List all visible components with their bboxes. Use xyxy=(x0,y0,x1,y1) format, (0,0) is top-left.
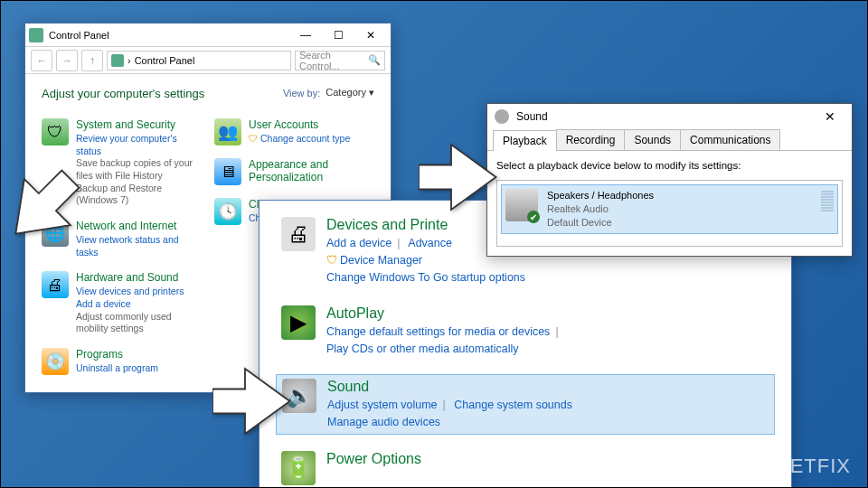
address-text: Control Panel xyxy=(135,55,195,66)
search-box[interactable]: Search Control... 🔍 xyxy=(295,51,385,70)
svg-marker-1 xyxy=(212,369,290,434)
playback-device-list: Speakers / Headphones Realtek Audio Defa… xyxy=(496,180,843,247)
category-programs[interactable]: 💿 Programs Uninstall a program xyxy=(42,348,202,375)
system-security-icon: 🛡 xyxy=(42,118,69,145)
address-icon xyxy=(111,54,124,67)
device-speakers-headphones[interactable]: Speakers / Headphones Realtek Audio Defa… xyxy=(501,184,838,234)
speaker-icon xyxy=(505,189,538,221)
sound-titlebar: Sound ✕ xyxy=(487,104,852,129)
device-name: Speakers / Headphones xyxy=(547,189,812,202)
watermark: UGETFIX xyxy=(759,455,851,478)
link-backup-restore[interactable]: Backup and Restore (Windows 7) xyxy=(76,183,202,207)
arrow-step-1-icon xyxy=(1,167,82,249)
arrow-step-3-icon xyxy=(419,136,500,218)
hardware-sound-icon: 🖨 xyxy=(42,271,69,298)
close-button[interactable]: ✕ xyxy=(354,24,387,46)
level-meter-icon xyxy=(821,189,834,230)
nav-forward-button[interactable]: → xyxy=(56,50,78,71)
sound-dialog-icon xyxy=(495,109,509,124)
category-power-options[interactable]: 🔋 Power Options xyxy=(276,447,775,488)
sound-instruction: Select a playback device below to modify… xyxy=(496,160,843,171)
search-placeholder: Search Control... xyxy=(299,50,364,71)
address-bar[interactable]: › Control Panel xyxy=(107,51,291,70)
shield-icon: 🛡 xyxy=(249,133,259,144)
toolbar: ← → ↑ › Control Panel Search Control... … xyxy=(25,47,391,74)
tab-playback[interactable]: Playback xyxy=(493,130,557,151)
link-play-cds[interactable]: Play CDs or other media automatically xyxy=(326,343,519,355)
maximize-button[interactable]: ☐ xyxy=(322,24,354,46)
titlebar: Control Panel — ☐ ✕ xyxy=(25,23,391,47)
nav-up-button[interactable]: ↑ xyxy=(81,50,103,71)
arrow-step-2-icon xyxy=(212,361,294,442)
window-title: Control Panel xyxy=(49,30,289,41)
sound-dialog: Sound ✕ Playback Recording Sounds Commun… xyxy=(486,103,853,257)
link-advanced[interactable]: Advance xyxy=(408,237,452,249)
link-file-history[interactable]: Save backup copies of your files with Fi… xyxy=(76,157,202,182)
link-add-device-cp[interactable]: Add a device xyxy=(76,297,202,310)
minimize-button[interactable]: — xyxy=(289,24,322,46)
programs-icon: 💿 xyxy=(42,348,69,375)
device-status: Default Device xyxy=(547,216,812,230)
link-change-defaults[interactable]: Change default settings for media or dev… xyxy=(326,325,550,338)
link-manage-audio[interactable]: Manage audio devices xyxy=(327,416,440,428)
control-panel-icon xyxy=(29,28,43,42)
category-hardware-sound[interactable]: 🖨 Hardware and Sound View devices and pr… xyxy=(42,271,202,335)
link-view-devices[interactable]: View devices and printers xyxy=(76,285,202,297)
link-add-device[interactable]: Add a device xyxy=(326,237,392,249)
link-change-account: 🛡Change account type xyxy=(249,132,350,145)
view-by[interactable]: View by: Category ▾ xyxy=(283,87,374,99)
device-driver: Realtek Audio xyxy=(547,202,812,216)
sound-close-button[interactable]: ✕ xyxy=(816,109,844,124)
link-review-status[interactable]: Review your computer's status xyxy=(76,132,202,157)
link-mobility[interactable]: Adjust commonly used mobility settings xyxy=(76,311,202,335)
svg-marker-0 xyxy=(1,167,82,249)
autoplay-icon: ▶ xyxy=(281,305,316,340)
category-autoplay[interactable]: ▶ AutoPlay Change default settings for m… xyxy=(276,302,775,361)
tab-recording[interactable]: Recording xyxy=(556,129,626,150)
svg-marker-2 xyxy=(419,145,496,210)
link-network-status[interactable]: View network status and tasks xyxy=(76,233,202,258)
clock-icon: 🕓 xyxy=(214,198,241,225)
view-by-dropdown[interactable]: Category ▾ xyxy=(326,87,374,99)
sound-title: Sound xyxy=(516,110,816,123)
link-windows-to-go[interactable]: Change Windows To Go startup options xyxy=(326,271,525,284)
category-sound[interactable]: 🔊 Sound Adjust system volume| Change sys… xyxy=(276,374,775,436)
link-adjust-volume[interactable]: Adjust system volume xyxy=(327,399,438,411)
user-accounts-icon: 👥 xyxy=(214,118,241,145)
link-uninstall[interactable]: Uninstall a program xyxy=(76,361,158,374)
tab-communications[interactable]: Communications xyxy=(680,129,780,150)
search-icon: 🔍 xyxy=(368,54,381,66)
nav-back-button[interactable]: ← xyxy=(31,50,52,71)
shield-icon: 🛡 xyxy=(326,254,338,267)
category-appearance[interactable]: 🖥 Appearance and Personalization xyxy=(214,158,374,185)
devices-printers-icon: 🖨 xyxy=(281,217,316,251)
power-icon: 🔋 xyxy=(281,451,316,485)
category-user-accounts[interactable]: 👥 User Accounts 🛡Change account type xyxy=(214,118,374,145)
appearance-icon: 🖥 xyxy=(214,158,241,185)
link-device-manager[interactable]: Device Manager xyxy=(340,254,422,267)
tab-sounds[interactable]: Sounds xyxy=(624,129,681,150)
link-change-sounds[interactable]: Change system sounds xyxy=(454,399,572,411)
sound-tabs: Playback Recording Sounds Communications xyxy=(487,129,852,151)
